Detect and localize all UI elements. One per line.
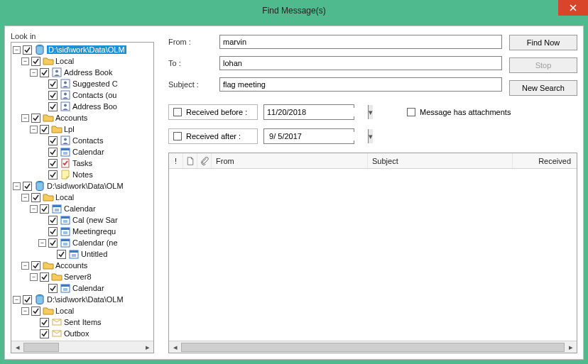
- collapse-icon[interactable]: −: [30, 126, 38, 133]
- tree-checkbox[interactable]: [48, 136, 58, 145]
- tree-checkbox[interactable]: [48, 102, 58, 111]
- tree-row[interactable]: −Address Book: [13, 67, 153, 78]
- tree-row[interactable]: Meetingrequ: [13, 226, 153, 237]
- tree-row[interactable]: Notes: [13, 169, 153, 180]
- tree-row[interactable]: Cal (new Sar: [13, 214, 153, 226]
- tree-row[interactable]: Tasks: [13, 158, 153, 169]
- tree-checkbox[interactable]: [48, 284, 58, 293]
- col-received[interactable]: Received: [513, 153, 577, 168]
- tree-row[interactable]: −Calendar (ne: [13, 237, 153, 248]
- tree-checkbox[interactable]: [48, 238, 58, 248]
- col-from[interactable]: From: [212, 153, 368, 168]
- tree-row[interactable]: Untitled: [13, 248, 153, 260]
- tree-checkbox[interactable]: [48, 170, 58, 180]
- tree-checkbox[interactable]: [48, 159, 58, 168]
- tree-row[interactable]: Calendar: [13, 146, 153, 158]
- tree-checkbox[interactable]: [31, 57, 40, 66]
- tree-checkbox[interactable]: [48, 79, 58, 89]
- received-after-input[interactable]: [264, 132, 368, 140]
- results-list[interactable]: ! From Subject Received: [168, 153, 577, 353]
- tree-row[interactable]: −Calendar: [13, 203, 153, 214]
- col-importance[interactable]: !: [169, 153, 183, 168]
- tree-checkbox[interactable]: [23, 295, 32, 304]
- tree-checkbox[interactable]: [48, 227, 58, 236]
- tree-row[interactable]: Outbox: [13, 328, 153, 339]
- collapse-icon[interactable]: −: [21, 114, 29, 122]
- col-attach[interactable]: [197, 153, 212, 168]
- tree-row[interactable]: −D:\sid\work\Data\OLM: [13, 44, 153, 55]
- tree-row[interactable]: −D:\sid\work\Data\OLM: [13, 180, 153, 192]
- tree-label: Sent Items: [64, 318, 102, 326]
- chevron-down-icon[interactable]: ▾: [368, 105, 373, 119]
- received-before-date[interactable]: ▾: [263, 104, 354, 120]
- tree-row[interactable]: Sent Items: [13, 316, 153, 328]
- tree-checkbox[interactable]: [23, 45, 32, 55]
- addr-icon: [60, 78, 71, 89]
- tree-checkbox[interactable]: [48, 148, 58, 157]
- tree-row[interactable]: −D:\sid\work\Data\OLM: [13, 294, 153, 305]
- tree-row[interactable]: Contacts (ou: [13, 89, 153, 101]
- attachments-checkbox[interactable]: [407, 108, 415, 116]
- tree-checkbox[interactable]: [31, 114, 40, 123]
- tree-checkbox[interactable]: [40, 204, 49, 214]
- collapse-icon[interactable]: −: [21, 262, 29, 270]
- window: Find Message(s) Look in −D:\sid\work\Dat…: [0, 0, 588, 364]
- tree-checkbox[interactable]: [48, 91, 58, 100]
- to-input[interactable]: [219, 56, 502, 70]
- collapse-icon[interactable]: −: [13, 296, 21, 304]
- received-before-input[interactable]: [264, 108, 368, 116]
- tree-checkbox[interactable]: [48, 216, 58, 225]
- chevron-down-icon[interactable]: ▾: [368, 129, 373, 143]
- tree-row[interactable]: −Local: [13, 55, 153, 67]
- new-search-button[interactable]: New Search: [509, 80, 577, 96]
- tree-row[interactable]: −Accounts: [13, 112, 153, 123]
- tree-row[interactable]: Suggested C: [13, 78, 153, 89]
- tree-label: Calendar (ne: [72, 238, 118, 247]
- close-button[interactable]: [558, 0, 588, 16]
- tree-label: Local: [55, 193, 74, 202]
- collapse-icon[interactable]: −: [13, 182, 21, 190]
- collapse-icon[interactable]: −: [30, 273, 38, 281]
- tree-row[interactable]: −Local: [13, 192, 153, 203]
- tree-checkbox[interactable]: [40, 68, 49, 77]
- tree-row[interactable]: −Server8: [13, 271, 153, 282]
- tree-checkbox[interactable]: [40, 125, 49, 134]
- stop-button[interactable]: Stop: [509, 57, 577, 73]
- collapse-icon[interactable]: −: [21, 57, 29, 65]
- collapse-icon[interactable]: −: [30, 205, 38, 213]
- tree-label: Address Boo: [72, 102, 117, 111]
- tree-label: Address Book: [64, 68, 112, 77]
- collapse-icon[interactable]: −: [13, 46, 21, 54]
- tree-checkbox[interactable]: [57, 250, 66, 259]
- tree-checkbox[interactable]: [31, 261, 40, 270]
- svg-point-4: [64, 82, 67, 84]
- tree-checkbox[interactable]: [40, 318, 49, 327]
- tree-hscrollbar[interactable]: ◂ ▸: [11, 341, 153, 353]
- tree-row[interactable]: −Lpl: [13, 123, 153, 135]
- tree-checkbox[interactable]: [40, 272, 49, 282]
- find-now-button[interactable]: Find Now: [509, 35, 577, 50]
- tree-row[interactable]: Contacts: [13, 135, 153, 146]
- col-read[interactable]: [183, 153, 197, 168]
- received-before-checkbox[interactable]: [173, 108, 182, 116]
- tree-checkbox[interactable]: [31, 193, 40, 202]
- results-hscrollbar[interactable]: ◂ ▸: [169, 341, 577, 353]
- tree-checkbox[interactable]: [31, 307, 40, 316]
- tree-row[interactable]: −Accounts: [13, 260, 153, 271]
- collapse-icon[interactable]: −: [21, 307, 29, 315]
- subject-input[interactable]: [219, 77, 502, 92]
- tree-row[interactable]: Address Boo: [13, 101, 153, 112]
- collapse-icon[interactable]: −: [21, 194, 29, 202]
- collapse-icon[interactable]: −: [38, 239, 46, 247]
- received-after-date[interactable]: ▾: [263, 128, 354, 144]
- tree-checkbox[interactable]: [40, 329, 49, 338]
- folder-tree[interactable]: −D:\sid\work\Data\OLM−Local−Address Book…: [11, 42, 154, 353]
- col-subject[interactable]: Subject: [368, 153, 513, 168]
- received-after-checkbox[interactable]: [173, 132, 182, 140]
- tree-checkbox[interactable]: [23, 182, 32, 191]
- collapse-icon[interactable]: −: [30, 69, 38, 77]
- tree-row[interactable]: Calendar: [13, 282, 153, 294]
- from-input[interactable]: [219, 35, 502, 49]
- tree-row[interactable]: −Local: [13, 305, 153, 316]
- cal-icon: [60, 282, 71, 294]
